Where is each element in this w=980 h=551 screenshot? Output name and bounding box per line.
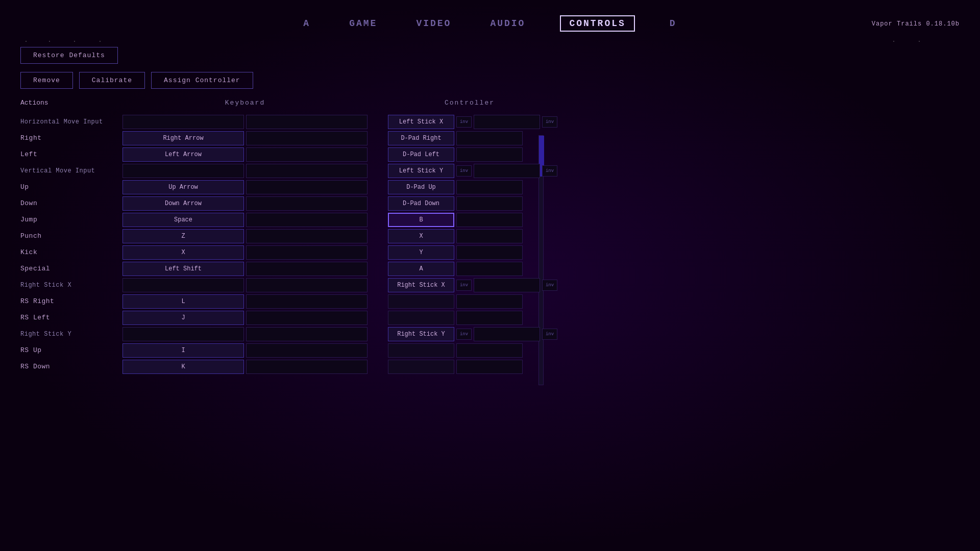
keyboard-primary-cell[interactable]: J	[122, 311, 244, 325]
controller-inv-button-2[interactable]: inv	[542, 329, 557, 340]
controller-main-cell[interactable]: D-Pad Up	[388, 180, 454, 194]
content-area: Horizontal Move InputLeft Stick XinvinvR…	[20, 114, 960, 375]
table-row: KickXY	[20, 244, 960, 260]
controller-main-cell[interactable]: D-Pad Left	[388, 147, 454, 162]
controller-secondary-cell[interactable]	[456, 229, 523, 243]
controller-secondary-cell[interactable]	[456, 196, 523, 211]
keyboard-secondary-cell[interactable]	[246, 115, 368, 129]
controller-main-cell[interactable]	[388, 311, 454, 325]
controller-secondary-cell[interactable]	[474, 164, 540, 178]
keyboard-primary-cell[interactable]: Left Arrow	[122, 147, 244, 162]
keyboard-secondary-cell[interactable]	[246, 245, 368, 260]
keyboard-primary-cell[interactable]	[122, 164, 244, 178]
keyboard-secondary-cell[interactable]	[246, 147, 368, 162]
controller-cells	[388, 360, 523, 374]
keyboard-primary-cell[interactable]: L	[122, 294, 244, 309]
header-actions: Actions	[20, 99, 122, 107]
table-row: RightRight ArrowD-Pad Right	[20, 130, 960, 146]
keyboard-secondary-cell[interactable]	[246, 262, 368, 276]
controller-inv-button-2[interactable]: inv	[542, 116, 557, 128]
controller-secondary-cell[interactable]	[456, 131, 523, 145]
keyboard-secondary-cell[interactable]	[246, 343, 368, 358]
controller-main-cell[interactable]: Right Stick Y	[388, 327, 454, 341]
keyboard-secondary-cell[interactable]	[246, 164, 368, 178]
table-row: UpUp ArrowD-Pad Up	[20, 179, 960, 195]
controller-inv-button[interactable]: inv	[456, 116, 472, 128]
keyboard-secondary-cell[interactable]	[246, 278, 368, 292]
controller-cells: D-Pad Left	[388, 147, 523, 162]
controller-secondary-cell[interactable]	[474, 115, 540, 129]
keyboard-secondary-cell[interactable]	[246, 213, 368, 227]
keyboard-secondary-cell[interactable]	[246, 327, 368, 341]
controller-secondary-cell[interactable]	[456, 245, 523, 260]
keyboard-primary-cell[interactable]: Left Shift	[122, 262, 244, 276]
controller-main-cell[interactable]	[388, 343, 454, 358]
table-row: Vertical Move InputLeft Stick Yinvinv	[20, 163, 960, 179]
keyboard-primary-cell[interactable]	[122, 327, 244, 341]
keyboard-primary-cell[interactable]: Down Arrow	[122, 196, 244, 211]
table-row: PunchZX	[20, 228, 960, 244]
controller-main-cell[interactable]: Right Stick X	[388, 278, 454, 292]
controller-secondary-cell[interactable]	[456, 343, 523, 358]
controller-secondary-cell[interactable]	[474, 278, 540, 292]
keyboard-primary-cell[interactable]: I	[122, 343, 244, 358]
keyboard-primary-cell[interactable]: K	[122, 360, 244, 374]
table-row: RS DownK	[20, 359, 960, 374]
keyboard-primary-cell[interactable]	[122, 278, 244, 292]
keyboard-primary-cell[interactable]: Z	[122, 229, 244, 243]
controller-secondary-cell[interactable]	[456, 294, 523, 309]
table-row: Right Stick YRight Stick Yinvinv	[20, 326, 960, 342]
keyboard-secondary-cell[interactable]	[246, 131, 368, 145]
controller-main-cell[interactable]: D-Pad Down	[388, 196, 454, 211]
tab-d[interactable]: D	[666, 16, 681, 31]
tab-audio[interactable]: AUDIO	[486, 16, 529, 31]
controller-main-cell[interactable]: A	[388, 262, 454, 276]
keyboard-secondary-cell[interactable]	[246, 180, 368, 194]
assign-controller-button[interactable]: Assign Controller	[151, 72, 253, 89]
controller-main-cell[interactable]: Left Stick X	[388, 115, 454, 129]
keyboard-primary-cell[interactable]: Space	[122, 213, 244, 227]
keyboard-secondary-cell[interactable]	[246, 311, 368, 325]
controller-secondary-cell[interactable]	[456, 147, 523, 162]
controller-main-cell[interactable]: Y	[388, 245, 454, 260]
action-label: RS Right	[20, 297, 122, 305]
controller-main-cell[interactable]	[388, 360, 454, 374]
controller-inv-button[interactable]: inv	[456, 329, 472, 340]
controller-inv-button[interactable]: inv	[456, 280, 472, 291]
action-label: Up	[20, 183, 122, 191]
controller-secondary-cell[interactable]	[474, 327, 540, 341]
controller-cells: Left Stick Yinvinv	[388, 164, 557, 178]
action-label: Kick	[20, 248, 122, 256]
controller-main-cell[interactable]: X	[388, 229, 454, 243]
tab-controls[interactable]: CONTROLS	[560, 15, 634, 32]
tab-video[interactable]: VIDEO	[412, 16, 455, 31]
keyboard-primary-cell[interactable]: X	[122, 245, 244, 260]
keyboard-secondary-cell[interactable]	[246, 229, 368, 243]
calibrate-button[interactable]: Calibrate	[79, 72, 145, 89]
controller-secondary-cell[interactable]	[456, 180, 523, 194]
top-bar: A GAME VIDEO AUDIO CONTROLS D Vapor Trai…	[20, 10, 960, 32]
controller-main-cell[interactable]	[388, 294, 454, 309]
controller-secondary-cell[interactable]	[456, 360, 523, 374]
controller-main-cell[interactable]: B	[388, 213, 454, 227]
controller-inv-button-2[interactable]: inv	[542, 280, 557, 291]
controller-inv-button[interactable]: inv	[456, 165, 472, 177]
keyboard-secondary-cell[interactable]	[246, 294, 368, 309]
table-row: Right Stick XRight Stick Xinvinv	[20, 277, 960, 293]
remove-button[interactable]: Remove	[20, 72, 73, 89]
controller-secondary-cell[interactable]	[456, 311, 523, 325]
controller-main-cell[interactable]: Left Stick Y	[388, 164, 454, 178]
controller-inv-button-2[interactable]: inv	[542, 165, 557, 177]
keyboard-primary-cell[interactable]: Right Arrow	[122, 131, 244, 145]
keyboard-primary-cell[interactable]: Up Arrow	[122, 180, 244, 194]
tab-game[interactable]: GAME	[345, 16, 381, 31]
controller-main-cell[interactable]: D-Pad Right	[388, 131, 454, 145]
keyboard-secondary-cell[interactable]	[246, 360, 368, 374]
keyboard-primary-cell[interactable]	[122, 115, 244, 129]
header-keyboard: Keyboard	[122, 99, 368, 107]
keyboard-secondary-cell[interactable]	[246, 196, 368, 211]
tab-a[interactable]: A	[299, 16, 314, 31]
restore-defaults-button[interactable]: Restore Defaults	[20, 47, 118, 64]
controller-secondary-cell[interactable]	[456, 262, 523, 276]
controller-secondary-cell[interactable]	[456, 213, 523, 227]
